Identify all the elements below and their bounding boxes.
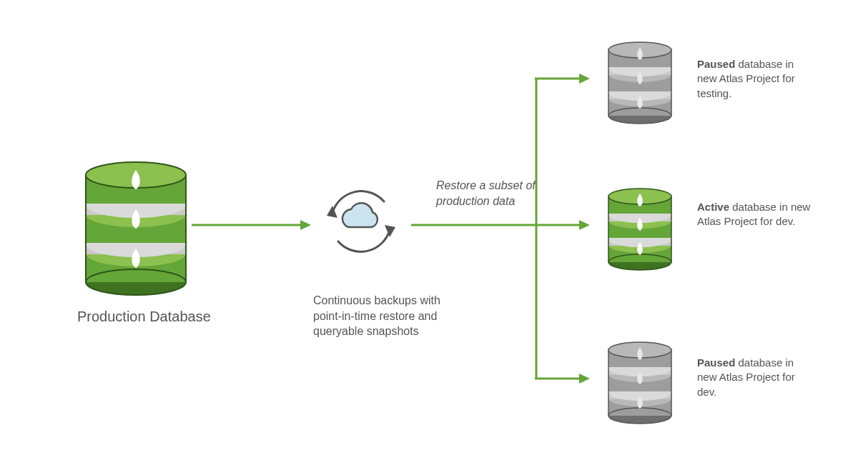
svg-marker-6 [579, 74, 590, 84]
target-db-2-icon [608, 189, 671, 270]
target-1-state: Paused [697, 58, 735, 70]
cloud-sync-icon-clean [318, 179, 404, 264]
svg-marker-8 [579, 374, 590, 384]
architecture-diagram: Production Database Continuous backups w… [0, 0, 868, 450]
svg-marker-1 [300, 220, 311, 230]
restore-caption: Restore a subset of production data [436, 178, 558, 209]
production-database-icon [86, 162, 186, 295]
target-1-label: Paused database in new Atlas Project for… [697, 57, 812, 101]
production-db-label: Production Database [77, 307, 211, 326]
svg-marker-7 [579, 220, 590, 230]
target-3-state: Paused [697, 356, 735, 369]
target-3-label: Paused database in new Atlas Project for… [697, 356, 812, 399]
target-db-3-icon [608, 342, 671, 424]
target-2-label: Active database in new Atlas Project for… [697, 200, 812, 229]
target-db-1-icon [608, 42, 671, 124]
target-2-state: Active [697, 201, 729, 213]
arrow-prod-to-backup [192, 220, 311, 230]
backup-description: Continuous backups with point-in-time re… [313, 293, 463, 339]
